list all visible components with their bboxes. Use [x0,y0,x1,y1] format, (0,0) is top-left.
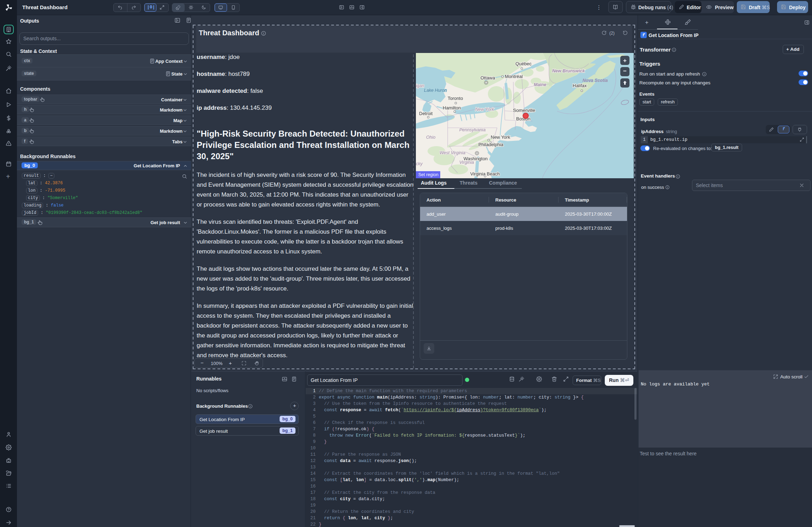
svg-text:Toronto: Toronto [448,96,463,101]
svg-text:Hamilton: Hamilton [443,105,461,110]
svg-text:West Virginia: West Virginia [440,150,465,155]
svg-text:igan: igan [416,83,424,88]
svg-text:Detroit: Detroit [419,111,433,116]
svg-text:New Brunswick: New Brunswick [552,68,585,73]
svg-text:Maine: Maine [534,82,546,87]
svg-text:−: − [623,68,627,74]
svg-text:Lake Huron: Lake Huron [424,88,447,93]
svg-text:Somerville: Somerville [513,108,535,113]
svg-text:New York: New York [475,107,494,112]
svg-text:Virginia: Virginia [459,160,474,165]
svg-text:Philadelphia: Philadelphia [478,142,504,147]
svg-text:Set region: Set region [418,172,438,177]
svg-text:cky: cky [416,161,423,166]
svg-text:Ottawa: Ottawa [480,75,495,80]
svg-text:Nova Scotia: Nova Scotia [583,78,608,83]
svg-text:Québec: Québec [515,61,532,66]
svg-text:Pennsylvania: Pennsylvania [459,127,485,132]
svg-text:Montréal: Montréal [505,74,523,79]
svg-text:New York: New York [491,134,510,140]
svg-text:Virginia Beach: Virginia Beach [470,171,500,176]
svg-text:Halifax: Halifax [573,83,587,88]
svg-text:+: + [623,57,627,64]
svg-text:Ohio: Ohio [426,135,435,140]
